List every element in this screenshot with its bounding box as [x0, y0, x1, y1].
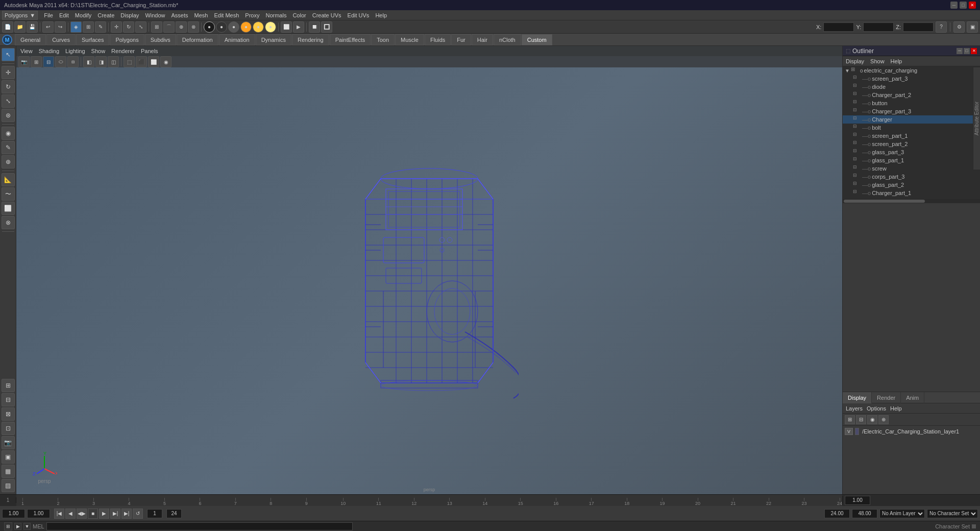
outliner-item-screen-part-1[interactable]: ⊟ —o screen_part_1	[843, 132, 980, 140]
scale-tool[interactable]: ⤡	[2, 94, 15, 108]
tb-light5[interactable]: ●	[253, 21, 264, 33]
tab-polygons[interactable]: Polygons	[110, 34, 144, 45]
outliner-item-diode[interactable]: ⊟ —o diode	[843, 83, 980, 91]
tb-hide-ui[interactable]: 🔳	[321, 21, 332, 33]
viewport-menu-show[interactable]: Show	[91, 48, 106, 54]
menu-edit-uvs[interactable]: Edit UVs	[348, 12, 370, 18]
layer-tab-display[interactable]: Display	[843, 392, 872, 403]
vp-isolate[interactable]: ◉	[160, 56, 172, 67]
viewport-menu-lighting[interactable]: Lighting	[65, 48, 85, 54]
outliner-item-charger-part-2[interactable]: ⊟ —o Charger_part_2	[843, 91, 980, 99]
frame-input[interactable]	[845, 496, 870, 505]
viewport-menu-view[interactable]: View	[20, 48, 33, 54]
stop-button[interactable]: ■	[88, 509, 98, 519]
last-tool[interactable]: ⊛	[2, 109, 15, 122]
menu-create-uvs[interactable]: Create UVs	[312, 12, 341, 18]
menu-color[interactable]: Color	[292, 12, 306, 18]
bookmark[interactable]: ⊡	[2, 422, 15, 435]
tb-lasso[interactable]: ⊞	[83, 21, 94, 33]
tab-ncloth[interactable]: nCloth	[494, 34, 521, 45]
layer-menu-help[interactable]: Help	[890, 405, 902, 412]
tb-panel[interactable]: ▣	[967, 21, 978, 33]
vp-shading1[interactable]: ◧	[83, 56, 94, 67]
menu-window[interactable]: Window	[145, 12, 165, 18]
tab-surfaces[interactable]: Surfaces	[76, 34, 109, 45]
current-frame-input[interactable]	[147, 509, 162, 518]
tab-toon[interactable]: Toon	[371, 34, 395, 45]
anim-layer-dropdown[interactable]: No Anim Layer	[879, 509, 925, 518]
viewport[interactable]: View Shading Lighting Show Renderer Pane…	[16, 46, 842, 494]
tb-paint[interactable]: ✎	[95, 21, 106, 33]
tab-muscle[interactable]: Muscle	[395, 34, 424, 45]
tab-subdivs[interactable]: Subdivs	[145, 34, 176, 45]
character-set-dropdown[interactable]: No Character Set	[927, 509, 978, 518]
camera[interactable]: 📷	[2, 436, 15, 449]
layer-tool-3[interactable]: ◉	[867, 415, 877, 424]
tb-render[interactable]: ▶	[293, 21, 304, 33]
outliner-item-bolt[interactable]: ⊟ —o bolt	[843, 124, 980, 132]
tab-deformation[interactable]: Deformation	[177, 34, 218, 45]
vp-shading3[interactable]: ◫	[108, 56, 119, 67]
tb-settings[interactable]: ⚙	[953, 21, 965, 33]
layer-tab-anim[interactable]: Anim	[901, 392, 924, 403]
tb-rotate[interactable]: ↻	[123, 21, 134, 33]
layer-vis-toggle[interactable]: V	[845, 428, 853, 435]
tb-new[interactable]: 📄	[2, 21, 13, 33]
tb-snap-curve[interactable]: ⌒	[163, 21, 175, 33]
misc1[interactable]: ▣	[2, 450, 15, 464]
playback-start-input[interactable]	[824, 509, 850, 518]
menu-create[interactable]: Create	[97, 12, 114, 18]
attribute-editor-tab[interactable]: Attribute Editor	[973, 67, 980, 170]
layer-menu-layers[interactable]: Layers	[846, 405, 863, 412]
tb-open[interactable]: 📁	[14, 21, 26, 33]
close-button[interactable]: ✕	[969, 2, 976, 9]
menu-display[interactable]: Display	[120, 12, 139, 18]
viewport-menu-renderer[interactable]: Renderer	[111, 48, 135, 54]
vp-display2[interactable]: ⬛	[136, 56, 147, 67]
outliner-scrollbar-h[interactable]	[843, 199, 980, 203]
menu-proxy[interactable]: Proxy	[245, 12, 259, 18]
tab-curves[interactable]: Curves	[46, 34, 76, 45]
menu-modify[interactable]: Modify	[75, 12, 91, 18]
tb-render-region[interactable]: ⬜	[281, 21, 292, 33]
vp-smooth[interactable]: ⬭	[55, 56, 66, 67]
vp-show-grid[interactable]: ⊞	[31, 56, 42, 67]
mel-collapse-btn[interactable]: ▶	[14, 523, 21, 530]
display-settings[interactable]: ⊟	[2, 393, 15, 406]
select-tool[interactable]: ↖	[2, 48, 15, 61]
tab-animation[interactable]: Animation	[219, 34, 255, 45]
maximize-button[interactable]: □	[960, 2, 967, 9]
loop-button[interactable]: ↺	[133, 509, 143, 519]
outliner-max[interactable]: □	[964, 48, 970, 54]
tb-show-ui[interactable]: 🔲	[309, 21, 320, 33]
polygon-selector[interactable]: Polygons ▼	[2, 11, 38, 20]
outliner-item-corps-part-3[interactable]: ⊟ —o corps_part_3	[843, 173, 980, 181]
outliner-item-screen-part-3[interactable]: ⊟ —o screen_part_3	[843, 75, 980, 83]
outliner-item-button[interactable]: ⊟ —o button	[843, 99, 980, 107]
misc3[interactable]: ▨	[2, 479, 15, 492]
vp-select-cam[interactable]: 📷	[18, 56, 30, 67]
outliner-item-glass-part-3[interactable]: ⊟ —o glass_part_3	[843, 148, 980, 156]
range-start2-input[interactable]	[27, 509, 50, 518]
mel-expand-btn[interactable]: ▼	[23, 523, 31, 530]
tb-light3[interactable]: ●	[228, 21, 239, 33]
tb-save[interactable]: 💾	[27, 21, 38, 33]
coord-y-input[interactable]	[863, 22, 894, 32]
layer-tool-1[interactable]: ⊞	[845, 415, 855, 424]
outliner-item-screen-part-2[interactable]: ⊟ —o screen_part_2	[843, 140, 980, 148]
viewport-menu-panels[interactable]: Panels	[141, 48, 158, 54]
play-back-button[interactable]: ◀▶	[77, 509, 87, 519]
outliner-menu-help[interactable]: Help	[891, 58, 902, 64]
tab-rendering[interactable]: Rendering	[292, 34, 329, 45]
vp-display3[interactable]: ⬜	[148, 56, 159, 67]
tb-undo[interactable]: ↩	[42, 21, 54, 33]
vp-wireframe[interactable]: ⊟	[43, 56, 54, 67]
outliner-item-charger-part-3[interactable]: ⊟ —o Charger_part_3	[843, 107, 980, 115]
sculpt[interactable]: ✎	[2, 141, 15, 154]
layer-menu-options[interactable]: Options	[867, 405, 886, 412]
prev-frame-button[interactable]: ◀	[65, 509, 76, 519]
outliner-item-charger-part-1[interactable]: ⊟ —o Charger_part_1	[843, 189, 980, 197]
tab-dynamics[interactable]: Dynamics	[256, 34, 291, 45]
vp-display1[interactable]: ⬚	[124, 56, 135, 67]
menu-help[interactable]: Help	[375, 12, 387, 18]
